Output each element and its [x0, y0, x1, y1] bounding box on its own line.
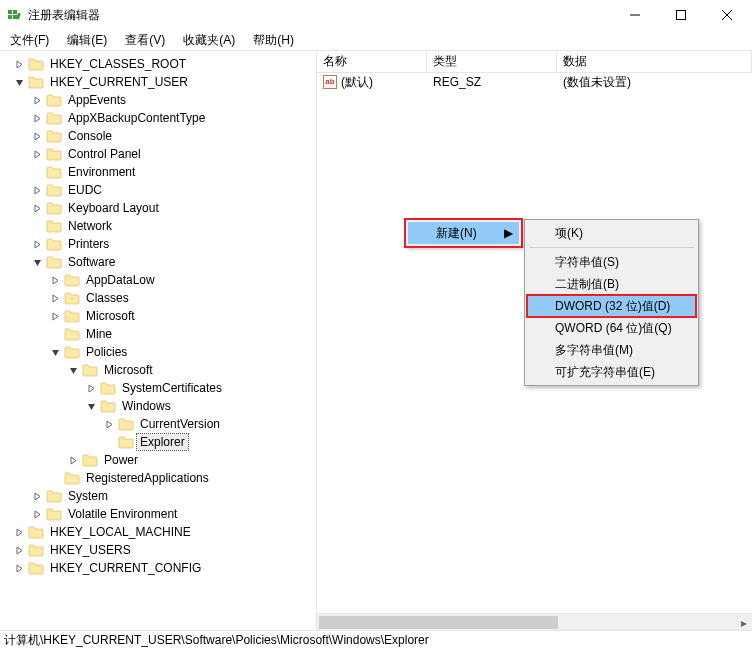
folder-icon: [46, 111, 62, 125]
tree-node[interactable]: RegisteredApplications: [0, 469, 316, 487]
tree-node[interactable]: Windows: [0, 397, 316, 415]
chevron-right-icon[interactable]: [102, 417, 116, 431]
col-data[interactable]: 数据: [557, 51, 752, 72]
close-button[interactable]: [704, 0, 750, 30]
chevron-right-icon[interactable]: [30, 507, 44, 521]
scrollbar-right-arrow[interactable]: ▸: [735, 614, 752, 631]
menu-edit[interactable]: 编辑(E): [61, 30, 113, 51]
chevron-right-icon[interactable]: [30, 489, 44, 503]
tree-node[interactable]: System: [0, 487, 316, 505]
chevron-right-icon[interactable]: [84, 381, 98, 395]
tree-pane[interactable]: HKEY_CLASSES_ROOTHKEY_CURRENT_USERAppEve…: [0, 51, 317, 630]
tree-node[interactable]: CurrentVersion: [0, 415, 316, 433]
ctx-qword[interactable]: QWORD (64 位)值(Q): [527, 317, 696, 339]
chevron-right-icon[interactable]: [48, 273, 62, 287]
chevron-right-icon[interactable]: [30, 147, 44, 161]
list-pane: 名称 类型 数据 ab (默认) REG_SZ (数值未设置) 新建(N) ▶: [317, 51, 752, 630]
tree-node-label: AppXBackupContentType: [65, 110, 208, 126]
tree-node[interactable]: HKEY_CURRENT_USER: [0, 73, 316, 91]
folder-icon: [82, 363, 98, 377]
tree-node-label: AppEvents: [65, 92, 129, 108]
tree-node[interactable]: HKEY_USERS: [0, 541, 316, 559]
chevron-right-icon[interactable]: [30, 93, 44, 107]
folder-icon: [28, 75, 44, 89]
tree-node[interactable]: Mine: [0, 325, 316, 343]
list-rows[interactable]: ab (默认) REG_SZ (数值未设置) 新建(N) ▶ 项(K) 字符串值…: [317, 73, 752, 613]
chevron-right-icon[interactable]: [12, 561, 26, 575]
tree-toggle-empty: [48, 471, 62, 485]
folder-icon: [46, 129, 62, 143]
menu-favorites[interactable]: 收藏夹(A): [177, 30, 241, 51]
chevron-right-icon[interactable]: [30, 111, 44, 125]
tree-node[interactable]: HKEY_LOCAL_MACHINE: [0, 523, 316, 541]
col-name[interactable]: 名称: [317, 51, 427, 72]
tree-node-label: Mine: [83, 326, 115, 342]
chevron-right-icon[interactable]: [66, 453, 80, 467]
chevron-down-icon[interactable]: [30, 255, 44, 269]
menu-help[interactable]: 帮助(H): [247, 30, 300, 51]
tree-node[interactable]: AppDataLow: [0, 271, 316, 289]
horizontal-scrollbar[interactable]: ▸: [317, 613, 752, 630]
tree-node[interactable]: Explorer: [0, 433, 316, 451]
tree-node-label: Windows: [119, 398, 174, 414]
chevron-right-icon[interactable]: [30, 129, 44, 143]
tree-node[interactable]: Software: [0, 253, 316, 271]
tree-node-label: Software: [65, 254, 118, 270]
chevron-down-icon[interactable]: [12, 75, 26, 89]
tree-node[interactable]: Power: [0, 451, 316, 469]
chevron-down-icon[interactable]: [48, 345, 62, 359]
tree-node[interactable]: Network: [0, 217, 316, 235]
ctx-string[interactable]: 字符串值(S): [527, 251, 696, 273]
tree-node-label: Classes: [83, 290, 132, 306]
chevron-down-icon[interactable]: [66, 363, 80, 377]
chevron-right-icon[interactable]: [30, 237, 44, 251]
folder-icon: [46, 93, 62, 107]
col-type[interactable]: 类型: [427, 51, 557, 72]
tree-node[interactable]: EUDC: [0, 181, 316, 199]
tree-node-label: HKEY_CURRENT_USER: [47, 74, 191, 90]
ctx-separator: [529, 247, 694, 248]
chevron-right-icon[interactable]: [48, 309, 62, 323]
tree-node-label: HKEY_CLASSES_ROOT: [47, 56, 189, 72]
tree-node[interactable]: Environment: [0, 163, 316, 181]
folder-icon: [28, 525, 44, 539]
tree-node[interactable]: Volatile Environment: [0, 505, 316, 523]
ctx-multi[interactable]: 多字符串值(M): [527, 339, 696, 361]
minimize-button[interactable]: [612, 0, 658, 30]
chevron-down-icon[interactable]: [84, 399, 98, 413]
tree-node[interactable]: AppXBackupContentType: [0, 109, 316, 127]
tree-node[interactable]: AppEvents: [0, 91, 316, 109]
tree-toggle-empty: [30, 165, 44, 179]
chevron-right-icon[interactable]: [12, 543, 26, 557]
tree-node[interactable]: Keyboard Layout: [0, 199, 316, 217]
folder-icon: [118, 435, 134, 449]
tree-node[interactable]: Printers: [0, 235, 316, 253]
svg-rect-0: [8, 10, 12, 14]
tree-node[interactable]: HKEY_CLASSES_ROOT: [0, 55, 316, 73]
tree-node[interactable]: HKEY_CURRENT_CONFIG: [0, 559, 316, 577]
chevron-right-icon[interactable]: [48, 291, 62, 305]
chevron-right-icon[interactable]: [30, 183, 44, 197]
chevron-right-icon[interactable]: [30, 201, 44, 215]
tree-node[interactable]: SystemCertificates: [0, 379, 316, 397]
folder-icon: [46, 507, 62, 521]
ctx-key[interactable]: 项(K): [527, 222, 696, 244]
chevron-right-icon[interactable]: [12, 525, 26, 539]
scrollbar-thumb[interactable]: [319, 616, 558, 629]
maximize-button[interactable]: [658, 0, 704, 30]
ctx-new[interactable]: 新建(N) ▶: [408, 222, 519, 244]
tree-node[interactable]: Classes: [0, 289, 316, 307]
tree-node[interactable]: Microsoft: [0, 307, 316, 325]
tree-node[interactable]: Microsoft: [0, 361, 316, 379]
list-row-default[interactable]: ab (默认) REG_SZ (数值未设置): [317, 73, 752, 91]
folder-icon: [46, 147, 62, 161]
menu-view[interactable]: 查看(V): [119, 30, 171, 51]
menu-file[interactable]: 文件(F): [4, 30, 55, 51]
tree-node[interactable]: Control Panel: [0, 145, 316, 163]
ctx-dword[interactable]: DWORD (32 位)值(D): [527, 295, 696, 317]
ctx-expand[interactable]: 可扩充字符串值(E): [527, 361, 696, 383]
ctx-binary[interactable]: 二进制值(B): [527, 273, 696, 295]
chevron-right-icon[interactable]: [12, 57, 26, 71]
tree-node[interactable]: Policies: [0, 343, 316, 361]
tree-node[interactable]: Console: [0, 127, 316, 145]
